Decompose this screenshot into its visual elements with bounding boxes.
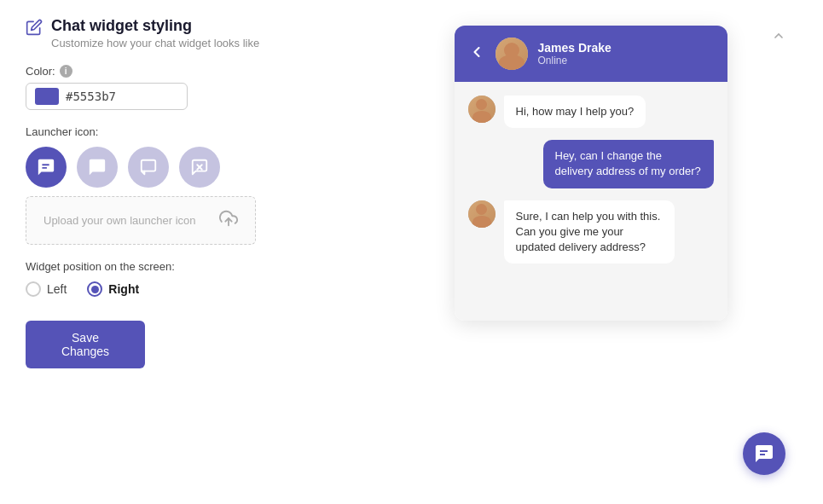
- floating-chat-button[interactable]: [743, 432, 785, 475]
- msg-avatar-body-1: [472, 111, 491, 123]
- info-icon[interactable]: i: [60, 65, 72, 78]
- agent-avatar: [496, 38, 528, 70]
- upload-label: Upload your own launcher icon: [43, 214, 196, 227]
- color-hex-value: #5553b7: [66, 90, 116, 103]
- color-label: Color: i: [26, 65, 350, 78]
- svg-rect-0: [142, 160, 156, 171]
- avatar-body: [499, 55, 525, 70]
- msg-avatar-2: [468, 200, 496, 228]
- color-swatch[interactable]: [35, 88, 59, 105]
- message-row: Hey, can I change the delivery address o…: [468, 140, 714, 188]
- radio-outer-left: [26, 281, 41, 297]
- radio-option-right[interactable]: Right: [87, 281, 139, 297]
- msg-avatar-head-2: [476, 204, 487, 215]
- upload-button[interactable]: Upload your own launcher icon: [26, 196, 256, 245]
- header-text: Chat widget styling Customize how your c…: [51, 17, 259, 49]
- header-section: Chat widget styling Customize how your c…: [26, 17, 350, 49]
- launcher-icon-1[interactable]: [26, 147, 67, 188]
- msg-avatar-body-2: [472, 216, 491, 228]
- radio-inner-right: [91, 286, 99, 293]
- bubble-3: Sure, I can help you with this. Can you …: [504, 200, 675, 264]
- back-arrow-icon[interactable]: [468, 43, 485, 65]
- save-button[interactable]: Save Changes: [26, 321, 145, 368]
- page-subtitle: Customize how your chat widget looks lik…: [51, 37, 259, 49]
- msg-avatar-head-1: [476, 99, 487, 110]
- position-section: Widget position on the screen: Left Righ…: [26, 260, 350, 297]
- bubble-1: Hi, how may I help you?: [504, 96, 646, 128]
- radio-group: Left Right: [26, 281, 350, 297]
- edit-icon-wrap: [26, 19, 43, 40]
- radio-label-right: Right: [108, 282, 139, 296]
- settings-panel: Chat widget styling Customize how your c…: [26, 17, 350, 487]
- msg-avatar-inner-1: [468, 96, 496, 123]
- pencil-icon: [26, 22, 43, 39]
- icon-options: [26, 147, 350, 188]
- agent-avatar-inner: [496, 38, 528, 70]
- page-title: Chat widget styling: [51, 17, 259, 35]
- color-input-row[interactable]: #5553b7: [26, 83, 188, 110]
- msg-avatar-1: [468, 96, 496, 123]
- message-row: Sure, I can help you with this. Can you …: [468, 200, 714, 264]
- agent-name: James Drake: [538, 41, 611, 55]
- launcher-icon-3[interactable]: [128, 147, 169, 188]
- chat-messages: Hi, how may I help you? Hey, can I chang…: [455, 82, 727, 321]
- upload-icon: [219, 209, 238, 232]
- launcher-icon-4[interactable]: [179, 147, 220, 188]
- position-label: Widget position on the screen:: [26, 260, 350, 273]
- launcher-label: Launcher icon:: [26, 125, 350, 138]
- chat-header: James Drake Online: [455, 26, 727, 82]
- message-row: Hi, how may I help you?: [468, 96, 714, 128]
- launcher-section: Launcher icon:: [26, 125, 350, 245]
- bubble-2: Hey, can I change the delivery address o…: [543, 140, 714, 188]
- agent-info: James Drake Online: [538, 41, 611, 67]
- agent-status: Online: [538, 55, 611, 67]
- chat-preview: James Drake Online Hi, how may I help yo…: [455, 26, 727, 321]
- launcher-icon-2[interactable]: [77, 147, 118, 188]
- radio-label-left: Left: [47, 282, 67, 296]
- preview-panel: James Drake Online Hi, how may I help yo…: [384, 17, 797, 487]
- collapse-button[interactable]: [768, 26, 789, 46]
- color-section: Color: i #5553b7: [26, 65, 350, 110]
- radio-outer-right: [87, 281, 102, 297]
- radio-option-left[interactable]: Left: [26, 281, 67, 297]
- msg-avatar-inner-2: [468, 200, 496, 228]
